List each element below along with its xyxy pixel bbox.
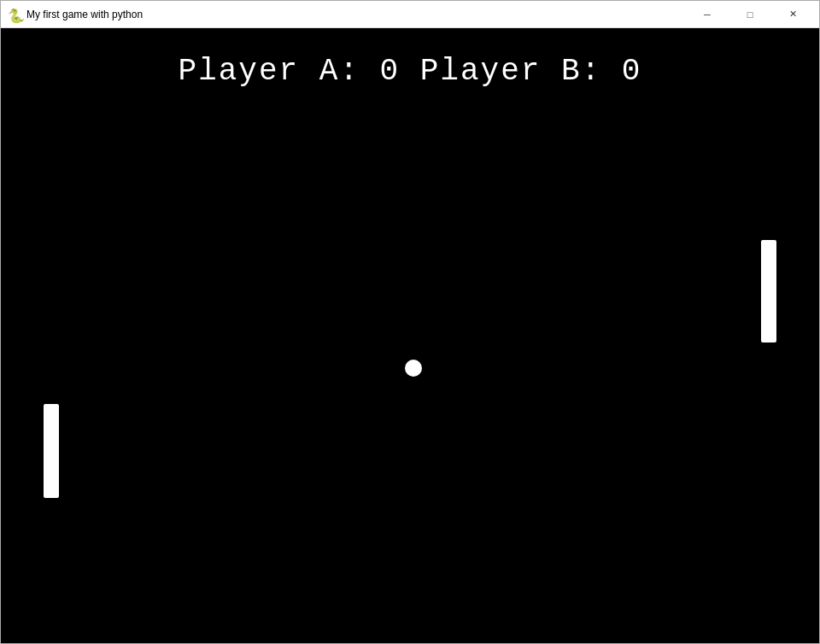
ball [405,360,422,377]
score-display: Player A: 0 Player B: 0 [1,54,819,89]
titlebar-controls: ─ □ ✕ [688,3,812,26]
paddle-left [44,404,59,498]
title-bar: 🐍 My first game with python ─ □ ✕ [1,1,819,28]
paddle-right [761,240,776,342]
title-bar-left: 🐍 My first game with python [8,8,143,21]
app-icon: 🐍 [8,8,21,21]
game-canvas: Player A: 0 Player B: 0 [1,28,819,643]
minimize-button[interactable]: ─ [688,3,727,26]
app-window: 🐍 My first game with python ─ □ ✕ Player… [0,0,820,644]
close-button[interactable]: ✕ [773,3,812,26]
maximize-button[interactable]: □ [730,3,770,26]
window-title: My first game with python [26,9,143,20]
